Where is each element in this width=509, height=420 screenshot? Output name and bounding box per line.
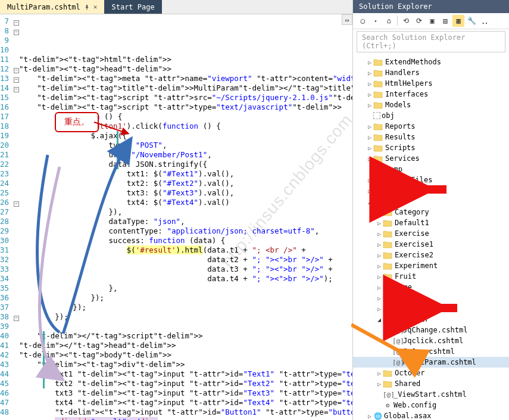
tree-node[interactable]: [@]MultiParam.cshtml: [353, 357, 509, 368]
change-bar: [117, 131, 118, 169]
tree-node[interactable]: [@]JqChange.cshtml: [353, 325, 509, 335]
tree-node[interactable]: ▷Exercise2: [353, 250, 509, 260]
tree-node[interactable]: ◢Views: [353, 196, 509, 207]
tree-node[interactable]: ▷Member: [353, 303, 509, 314]
tree-node[interactable]: Temp: [353, 164, 509, 175]
callout: 重点。: [55, 112, 99, 132]
search-input[interactable]: Search Solution Explorer (Ctrl+;): [357, 31, 505, 52]
pin-icon: [84, 4, 90, 10]
home-icon[interactable]: ⌂: [383, 15, 395, 27]
close-icon[interactable]: ✕: [93, 3, 98, 11]
tree-node[interactable]: ▷HtmlHelpers: [353, 78, 509, 89]
tree-node[interactable]: ▷Experiment: [353, 260, 509, 271]
back-icon[interactable]: ◯: [357, 15, 369, 27]
forward-icon[interactable]: ▾: [370, 15, 382, 27]
fold-gutter[interactable]: −−−−−−−: [14, 14, 19, 420]
editor-pane: MultiParam.cshtml ✕ Start Page 789101112…: [0, 0, 353, 420]
tree-node[interactable]: ▷Exercise1: [353, 239, 509, 250]
tree-node[interactable]: ◢November: [353, 314, 509, 325]
tree-node[interactable]: ▷Interfaces: [353, 89, 509, 99]
split-icon[interactable]: ▭: [342, 14, 352, 25]
collapse-icon[interactable]: ▣: [426, 15, 438, 27]
tree-node[interactable]: ▷Handlers: [353, 67, 509, 78]
panel-title: Solution Explorer: [353, 0, 509, 13]
tree-node[interactable]: ⚙Web.config: [353, 400, 509, 410]
tab-label: Start Page: [111, 3, 154, 11]
tree-node[interactable]: obj: [353, 110, 509, 121]
sync-icon[interactable]: ⟲: [400, 15, 412, 27]
tree-node[interactable]: ▷Exercise: [353, 228, 509, 239]
tree-node[interactable]: [@]JqOne.cshtml: [353, 346, 509, 357]
show-all-icon[interactable]: ▤: [439, 15, 451, 27]
tab-active[interactable]: MultiParam.cshtml ✕: [0, 0, 104, 14]
tree-node[interactable]: ▷Default1: [353, 217, 509, 228]
tree-node[interactable]: ▷Results: [353, 132, 509, 142]
tree-node[interactable]: [@]_ViewStart.cshtml: [353, 389, 509, 400]
tree-node[interactable]: ▷Shared: [353, 378, 509, 389]
properties-icon[interactable]: 🔧: [466, 15, 477, 27]
tree[interactable]: ▷ExtendMethods▷Handlers▷HtmlHelpers▷Inte…: [353, 54, 509, 420]
tree-node[interactable]: ▷Category: [353, 207, 509, 217]
explorer-toolbar: ◯ ▾ ⌂ ⟲ ⟳ ▣ ▤ ▦ 🔧 ‥: [353, 13, 509, 29]
tab[interactable]: Start Page: [104, 0, 161, 14]
tree-node[interactable]: ▷Services: [353, 153, 509, 164]
line-numbers: 7891011121314151617181920212223242526272…: [0, 14, 14, 420]
more-icon[interactable]: ‥: [479, 15, 491, 27]
tree-node[interactable]: ▷Utilities: [353, 185, 509, 196]
tree-node[interactable]: [@]Jqclick.cshtml: [353, 335, 509, 346]
tree-node[interactable]: ▷Fruit: [353, 271, 509, 282]
solution-explorer: Solution Explorer ◯ ▾ ⌂ ⟲ ⟳ ▣ ▤ ▦ 🔧 ‥ Se…: [353, 0, 509, 420]
tab-bar: MultiParam.cshtml ✕ Start Page: [0, 0, 352, 14]
tree-node[interactable]: ▷Models: [353, 99, 509, 110]
tree-node[interactable]: ▷Reports: [353, 121, 509, 132]
tree-node[interactable]: ▷October: [353, 368, 509, 378]
tree-node[interactable]: ▷UploadFiles: [353, 175, 509, 185]
preview-icon[interactable]: ▦: [452, 15, 464, 27]
refresh-icon[interactable]: ⟳: [413, 15, 425, 27]
code-area[interactable]: "t-delim"><"t-tag">html"t-delim">>"t-del…: [19, 14, 352, 420]
change-bar: [43, 331, 45, 388]
tree-node[interactable]: ▷Scripts: [353, 142, 509, 153]
tab-label: MultiParam.cshtml: [7, 3, 80, 11]
tree-node[interactable]: ▷ExtendMethods: [353, 57, 509, 67]
tree-node[interactable]: ▷🌐Global.asax: [353, 410, 509, 420]
tree-node[interactable]: ▷Home: [353, 282, 509, 293]
code-editor[interactable]: 7891011121314151617181920212223242526272…: [0, 14, 352, 420]
tree-node[interactable]: ▷Kind: [353, 293, 509, 303]
